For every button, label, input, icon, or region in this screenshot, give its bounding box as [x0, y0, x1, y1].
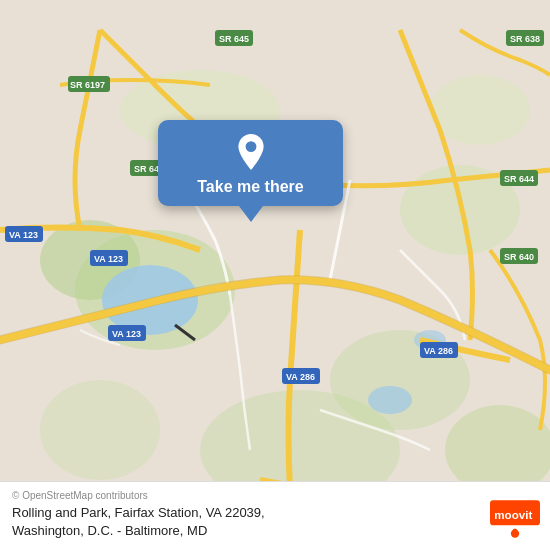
map-svg: VA 123 VA 123 VA 123 VA 123 VA 286 VA 28…	[0, 0, 550, 550]
map-container: VA 123 VA 123 VA 123 VA 123 VA 286 VA 28…	[0, 0, 550, 550]
svg-text:VA 123: VA 123	[94, 254, 123, 264]
map-popup[interactable]: Take me there	[158, 120, 343, 206]
svg-point-8	[430, 75, 530, 145]
svg-text:SR 645: SR 645	[219, 34, 249, 44]
location-text: Rolling and Park, Fairfax Station, VA 22…	[12, 504, 538, 540]
svg-text:SR 6197: SR 6197	[70, 80, 105, 90]
svg-text:VA 123: VA 123	[9, 230, 38, 240]
bottom-bar: © OpenStreetMap contributors Rolling and…	[0, 481, 550, 550]
svg-text:SR 644: SR 644	[504, 174, 534, 184]
svg-text:VA 286: VA 286	[286, 372, 315, 382]
svg-text:VA 123: VA 123	[112, 329, 141, 339]
svg-point-37	[245, 141, 256, 152]
svg-point-10	[368, 386, 412, 414]
copyright-text: © OpenStreetMap contributors	[12, 490, 538, 501]
svg-text:VA 286: VA 286	[424, 346, 453, 356]
popup-label: Take me there	[185, 178, 315, 196]
moovit-logo-svg: moovit	[490, 500, 540, 538]
location-line2: Washington, D.C. - Baltimore, MD	[12, 523, 207, 538]
svg-text:SR 640: SR 640	[504, 252, 534, 262]
svg-text:SR 638: SR 638	[510, 34, 540, 44]
moovit-logo: moovit	[490, 500, 540, 538]
location-pin	[233, 134, 269, 170]
svg-text:moovit: moovit	[494, 508, 532, 521]
svg-point-5	[40, 380, 160, 480]
location-line1: Rolling and Park, Fairfax Station, VA 22…	[12, 505, 265, 520]
